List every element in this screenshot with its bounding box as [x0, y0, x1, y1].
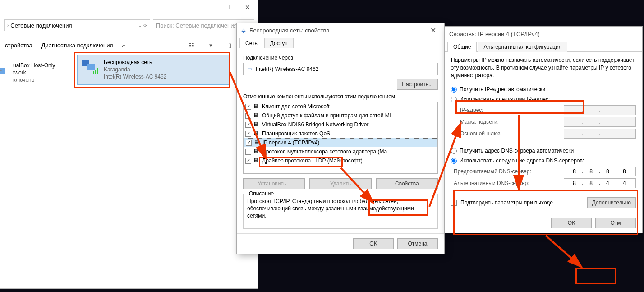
- connection-item-vbox[interactable]: ualBox Host-Only twork ключено: [0, 58, 68, 88]
- cancel-button[interactable]: Отмена: [397, 238, 438, 249]
- maximize-button[interactable]: ☐: [216, 0, 237, 14]
- ip-address-label: IP-адрес:: [460, 107, 559, 113]
- checkbox[interactable]: ✓: [245, 131, 251, 137]
- tab-general[interactable]: Общие: [447, 42, 477, 52]
- refresh-icon[interactable]: ⟳: [143, 23, 147, 28]
- svg-rect-6: [95, 70, 96, 74]
- component-item[interactable]: ✓ 🖥 VirtualBox NDIS6 Bridged Networking …: [244, 120, 437, 129]
- checkbox[interactable]: [245, 149, 251, 155]
- gateway-field: . . .: [564, 129, 636, 139]
- component-item[interactable]: ✓ 🖥 Планировщик пакетов QoS: [244, 129, 437, 138]
- component-icon: 🖥: [253, 139, 261, 146]
- dialog-title-text: Свойства: IP версии 4 (TCP/IPv4): [449, 31, 540, 37]
- radio-label: Использовать следующие адреса DNS-сервер…: [460, 158, 584, 164]
- checkbox[interactable]: ✓: [245, 122, 251, 128]
- adapter-field[interactable]: ▭ Intel(R) Wireless-AC 9462: [243, 63, 438, 75]
- checkbox[interactable]: ✓: [245, 113, 251, 119]
- confirm-on-exit-label: Подтвердить параметры при выходе: [460, 199, 584, 206]
- component-item[interactable]: 🖥 Протокол мультиплексора сетевого адапт…: [244, 147, 437, 156]
- svg-rect-7: [97, 68, 98, 74]
- connection-status: ключено: [13, 76, 55, 83]
- checkbox[interactable]: ✓: [245, 158, 251, 164]
- radio-label: Получить IP-адрес автоматически: [460, 86, 545, 93]
- network-icon: ⬙: [241, 27, 246, 34]
- dialog-titlebar: ⬙ Беспроводная сеть: свойства ✕: [237, 23, 444, 37]
- view-dropdown-icon[interactable]: ▾: [206, 40, 216, 50]
- network-adapter-icon: [0, 62, 9, 80]
- gateway-label: Основной шлюз:: [460, 130, 559, 137]
- remove-button[interactable]: Удалить: [309, 178, 371, 189]
- component-label: IP версии 4 (TCP/IPv4): [262, 139, 319, 146]
- alternate-dns-field[interactable]: 8 . 8 . 4 . 4: [564, 178, 636, 188]
- install-button[interactable]: Установить...: [243, 178, 305, 189]
- component-icon: 🖥: [253, 130, 260, 137]
- cancel-button[interactable]: Отм: [595, 218, 636, 228]
- ok-button[interactable]: OK: [353, 238, 394, 249]
- radio-manual-ip[interactable]: Использовать следующий IP-адрес:: [451, 94, 636, 104]
- tab-network[interactable]: Сеть: [239, 38, 263, 48]
- tabs: Сеть Доступ: [237, 37, 444, 48]
- components-label: Отмеченные компоненты используются этим …: [243, 93, 438, 100]
- ip-address-field: . . .: [564, 105, 636, 115]
- component-icon: 🖥: [253, 112, 260, 119]
- component-item[interactable]: ✓ 🖥 Клиент для сетей Microsoft: [244, 102, 437, 111]
- checkbox[interactable]: ✓: [245, 104, 251, 110]
- annotation-box: [575, 268, 616, 284]
- connect-via-label: Подключение через:: [243, 55, 438, 61]
- wireless-properties-dialog: ⬙ Беспроводная сеть: свойства ✕ Сеть Дос…: [236, 23, 445, 254]
- view-icon[interactable]: ☷: [187, 40, 197, 50]
- close-button[interactable]: ✕: [237, 0, 258, 14]
- tab-alternate[interactable]: Альтернативная конфигурация: [478, 42, 567, 52]
- radio-auto-dns[interactable]: Получить адрес DNS-сервера автоматически: [451, 146, 636, 156]
- preferred-dns-field[interactable]: 8 . 8 . 8 . 8: [564, 167, 636, 176]
- component-item-ipv4[interactable]: ✓ 🖥 IP версии 4 (TCP/IPv4): [244, 138, 437, 147]
- radio-label: Получить адрес DNS-сервера автоматически: [460, 148, 574, 154]
- alternate-dns-label: Альтернативный DNS-сервер:: [454, 180, 559, 186]
- checkbox[interactable]: ✓: [246, 140, 252, 146]
- component-label: VirtualBox NDIS6 Bridged Networking Driv…: [262, 121, 369, 128]
- connection-line2: twork: [13, 69, 55, 76]
- connection-name: Беспроводная сеть: [104, 59, 166, 66]
- close-button[interactable]: ✕: [426, 26, 440, 35]
- component-icon: 🖥: [253, 121, 260, 128]
- properties-button[interactable]: Свойства: [376, 178, 438, 189]
- toolbar-more[interactable]: »: [122, 42, 125, 49]
- connection-name: ualBox Host-Only: [13, 62, 55, 69]
- dialog-titlebar: Свойства: IP версии 4 (TCP/IPv4): [445, 27, 642, 41]
- component-label: Планировщик пакетов QoS: [262, 130, 330, 137]
- toolbar-device[interactable]: стройства: [5, 42, 32, 49]
- ok-button[interactable]: ОК: [551, 218, 592, 228]
- minimize-button[interactable]: —: [196, 0, 216, 14]
- radio-input[interactable]: [451, 148, 457, 154]
- component-item[interactable]: ✓ 🖥 Общий доступ к файлам и принтерам дл…: [244, 111, 437, 120]
- dropdown-icon[interactable]: ⌄: [138, 23, 142, 28]
- radio-input[interactable]: [451, 97, 457, 102]
- subnet-mask-label: Маска подсети:: [460, 119, 559, 125]
- component-label: Общий доступ к файлам и принтерам для се…: [262, 112, 391, 119]
- preview-pane-icon[interactable]: ▯: [225, 40, 235, 50]
- component-label: Драйвер протокола LLDP (Майкрософт): [262, 158, 363, 164]
- component-item[interactable]: ✓ 🖥 Драйвер протокола LLDP (Майкрософт): [244, 156, 437, 165]
- radio-input[interactable]: [451, 87, 457, 93]
- component-icon: 🖥: [253, 148, 260, 155]
- radio-input[interactable]: [451, 158, 457, 164]
- confirm-on-exit-checkbox[interactable]: [451, 200, 457, 206]
- chevron-right-icon: ›: [7, 23, 9, 28]
- radio-auto-ip[interactable]: Получить IP-адрес автоматически: [451, 84, 636, 94]
- svg-line-12: [546, 236, 582, 267]
- connection-item-wireless[interactable]: Беспроводная сеть Karaganda Intel(R) Wir…: [77, 55, 230, 85]
- advanced-button[interactable]: Дополнительно: [587, 197, 636, 208]
- breadcrumb[interactable]: › Сетевые подключения ⌄ ⟳: [4, 19, 150, 31]
- preferred-dns-label: Предпочитаемый DNS-сервер:: [454, 168, 559, 175]
- dialog-footer: ОК Отм: [445, 213, 642, 233]
- description-text: Протокол TCP/IP. Стандартный протокол гл…: [247, 198, 434, 220]
- window-controls: — ☐ ✕: [196, 0, 258, 14]
- configure-button[interactable]: Настроить...: [397, 79, 438, 90]
- toolbar-diagnostics[interactable]: Диагностика подключения: [41, 42, 113, 49]
- components-list[interactable]: ✓ 🖥 Клиент для сетей Microsoft ✓ 🖥 Общий…: [243, 102, 438, 174]
- search-placeholder: Поиск: Сетевые подключения: [156, 22, 237, 29]
- radio-manual-dns[interactable]: Использовать следующие адреса DNS-сервер…: [451, 156, 636, 166]
- radio-label: Использовать следующий IP-адрес:: [460, 96, 550, 102]
- tab-pane-general: Параметры IP можно назначать автоматичес…: [445, 52, 642, 213]
- tab-access[interactable]: Доступ: [264, 38, 294, 48]
